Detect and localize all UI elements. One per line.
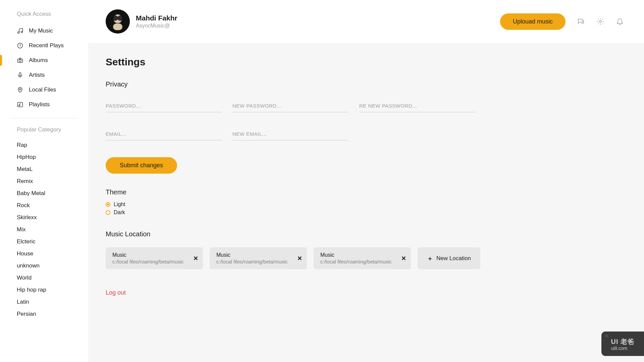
svg-point-4: [19, 60, 21, 62]
main: Mahdi Fakhr AsyncMusic@ Uplouad music Se…: [88, 0, 644, 362]
close-icon[interactable]: ✕: [193, 255, 198, 262]
category-hip-hop-rap[interactable]: Hip hop rap: [0, 284, 88, 296]
new-password-input[interactable]: [232, 101, 348, 112]
chat-icon[interactable]: [577, 17, 585, 25]
user-handle: AsyncMusic@: [136, 23, 177, 29]
clock-icon: [17, 42, 23, 49]
category-remix[interactable]: Remix: [0, 175, 88, 187]
nav-albums[interactable]: Albums: [0, 53, 88, 68]
svg-point-14: [599, 20, 601, 22]
nav-my-music[interactable]: My Music: [0, 23, 88, 38]
theme-light-option[interactable]: Light: [106, 201, 624, 207]
svg-rect-5: [19, 73, 21, 76]
music-icon: [17, 27, 23, 34]
watermark: UI 老爸 ui8.com: [601, 331, 644, 356]
password-input[interactable]: [106, 101, 222, 112]
category-metal[interactable]: MetaL: [0, 163, 88, 175]
location-title: Music: [112, 252, 186, 258]
svg-point-8: [19, 105, 20, 106]
new-location-button[interactable]: ＋ New Location: [418, 247, 480, 269]
theme-dark-option[interactable]: Dark: [106, 209, 624, 216]
location-path: c:/local files/roaming/beta/music: [320, 259, 394, 264]
new-location-label: New Location: [436, 255, 471, 262]
nav-label: Albums: [29, 57, 48, 64]
svg-point-0: [18, 32, 19, 34]
header: Mahdi Fakhr AsyncMusic@ Uplouad music: [88, 0, 644, 43]
re-new-password-input[interactable]: [359, 101, 475, 112]
pin-icon: [17, 86, 23, 93]
sidebar-divider: [11, 118, 77, 118]
logout-link[interactable]: Log out: [106, 289, 624, 296]
category-electric[interactable]: Elcteric: [0, 236, 88, 248]
nav-label: Playlists: [29, 101, 50, 108]
category-latin[interactable]: Latin: [0, 296, 88, 308]
nav-playlists[interactable]: Playlists: [0, 97, 88, 112]
location-path: c:/local files/roaming/beta/music: [112, 259, 186, 264]
category-skirlexx[interactable]: Skirlexx: [0, 212, 88, 224]
radio-icon: [106, 202, 110, 207]
location-row: Music c:/local files/roaming/beta/music …: [106, 247, 624, 269]
avatar[interactable]: [106, 9, 130, 34]
location-path: c:/local files/roaming/beta/music: [216, 259, 290, 264]
email-row: [106, 129, 624, 140]
theme-title: Theme: [106, 188, 624, 196]
svg-point-12: [117, 15, 123, 21]
dot-icon: [605, 335, 607, 337]
location-card[interactable]: Music c:/local files/roaming/beta/music …: [314, 247, 411, 269]
gear-icon[interactable]: [596, 17, 604, 25]
popular-category-title: Popular Category: [0, 126, 88, 133]
music-location-title: Music Location: [106, 230, 624, 238]
location-title: Music: [320, 252, 394, 258]
radio-label: Light: [114, 201, 125, 207]
content: Settings Privacy Submit changes Theme Li…: [88, 43, 644, 310]
category-persian[interactable]: Persian: [0, 308, 88, 320]
bell-icon[interactable]: [616, 17, 624, 25]
svg-point-1: [21, 31, 23, 33]
nav-label: Local Files: [29, 86, 56, 93]
close-icon[interactable]: ✕: [297, 255, 302, 262]
plus-icon: ＋: [427, 254, 433, 262]
user-name: Mahdi Fakhr: [136, 14, 177, 22]
password-row: [106, 101, 624, 112]
sidebar: Quick Access My Music Recentl Plays Albu…: [0, 0, 88, 362]
playlist-icon: [17, 101, 23, 108]
svg-rect-13: [113, 23, 122, 30]
theme-radio-group: Light Dark: [106, 201, 624, 216]
new-email-input[interactable]: [232, 129, 348, 140]
nav-recent-plays[interactable]: Recentl Plays: [0, 38, 88, 53]
submit-changes-button[interactable]: Submit changes: [106, 157, 177, 174]
category-rap[interactable]: Rap: [0, 139, 88, 151]
category-baby-metal[interactable]: Baby Metal: [0, 187, 88, 199]
category-unknown[interactable]: unknown: [0, 260, 88, 272]
close-icon[interactable]: ✕: [401, 255, 406, 262]
location-title: Music: [216, 252, 290, 258]
nav-local-files[interactable]: Local Files: [0, 82, 88, 97]
category-world[interactable]: World: [0, 272, 88, 284]
category-rock[interactable]: Rock: [0, 199, 88, 212]
email-input[interactable]: [106, 129, 222, 140]
header-actions: Uplouad music: [500, 13, 624, 30]
radio-label: Dark: [114, 209, 125, 216]
privacy-title: Privacy: [106, 80, 624, 88]
svg-point-6: [19, 88, 21, 90]
nav-label: Artists: [29, 72, 45, 78]
category-hiphop[interactable]: HipHop: [0, 151, 88, 163]
svg-rect-7: [18, 102, 23, 107]
upload-music-button[interactable]: Uplouad music: [500, 13, 566, 30]
category-house[interactable]: House: [0, 248, 88, 260]
page-title: Settings: [106, 56, 624, 68]
quick-access-title: Quick Access: [0, 11, 88, 17]
camera-icon: [17, 57, 23, 64]
location-card[interactable]: Music c:/local files/roaming/beta/music …: [210, 247, 307, 269]
nav-label: Recentl Plays: [29, 42, 64, 49]
svg-point-11: [112, 15, 118, 21]
category-mix[interactable]: Mix: [0, 224, 88, 236]
location-card[interactable]: Music c:/local files/roaming/beta/music …: [106, 247, 203, 269]
user-meta: Mahdi Fakhr AsyncMusic@: [136, 14, 177, 29]
radio-icon: [106, 210, 110, 215]
mic-icon: [17, 72, 23, 78]
nav-artists[interactable]: Artists: [0, 68, 88, 82]
watermark-top: UI 老爸: [611, 338, 635, 346]
nav-label: My Music: [29, 27, 53, 34]
watermark-bottom: ui8.com: [611, 346, 635, 351]
